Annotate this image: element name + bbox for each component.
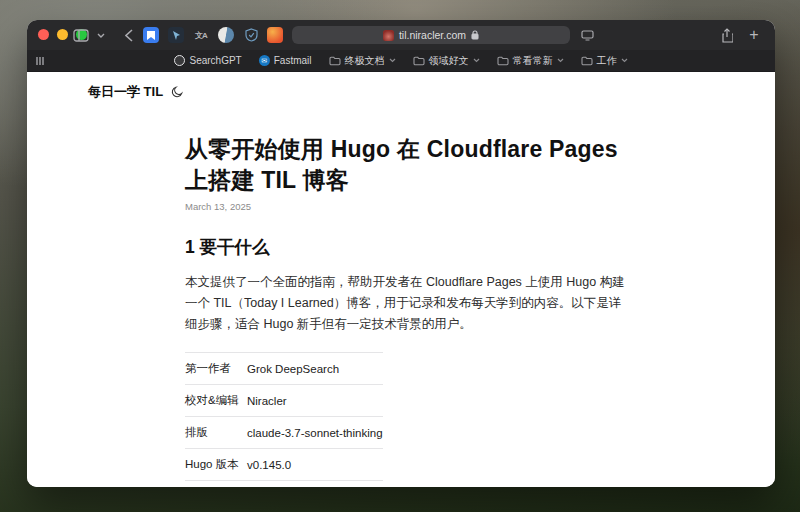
searchgpt-icon xyxy=(174,55,185,66)
web-page: 每日一学 TIL 从零开始使用 Hugo 在 Cloudflare Pages … xyxy=(27,72,775,487)
desktop-wallpaper: 文A til.niracler.com xyxy=(0,0,800,512)
cursor-extension-icon[interactable] xyxy=(168,27,184,43)
url-text: til.niracler.com xyxy=(399,29,466,41)
chevron-down-icon xyxy=(621,58,628,63)
row-value: v0.145.0 xyxy=(247,449,383,481)
reader-extension-icon[interactable] xyxy=(267,27,283,43)
site-header: 每日一学 TIL xyxy=(27,72,775,101)
row-label: 排版 xyxy=(185,417,247,449)
row-label: Hugo 版本 xyxy=(185,449,247,481)
chevron-down-icon xyxy=(389,58,396,63)
address-bar[interactable]: til.niracler.com xyxy=(292,26,570,44)
close-button[interactable] xyxy=(38,29,49,40)
bookmark-searchgpt[interactable]: SearchGPT xyxy=(174,55,241,66)
safari-window: 文A til.niracler.com xyxy=(27,20,775,487)
table-row: 排版 claude-3.7-sonnet-thinking xyxy=(185,417,383,449)
table-row: 第一作者 Grok DeepSearch xyxy=(185,353,383,385)
folder-icon xyxy=(329,56,341,66)
bookmark-folder-docs[interactable]: 终极文档 xyxy=(329,54,396,68)
folder-icon xyxy=(413,56,425,66)
site-favicon xyxy=(383,30,394,41)
new-tab-icon[interactable]: + xyxy=(745,20,763,50)
row-value: Grok DeepSearch xyxy=(247,353,383,385)
article-title: 从零开始使用 Hugo 在 Cloudflare Pages 上搭建 TIL 博… xyxy=(185,134,633,196)
site-title-link[interactable]: 每日一学 TIL xyxy=(88,83,163,101)
article-date: March 13, 2025 xyxy=(185,201,633,212)
favorites-list-icon[interactable] xyxy=(36,57,44,65)
folder-icon xyxy=(497,56,509,66)
dark-mode-toggle-moon-icon[interactable] xyxy=(171,86,183,98)
bookmark-folder-work[interactable]: 工作 xyxy=(581,54,628,68)
sidebar-icon[interactable] xyxy=(71,20,91,50)
row-value: Niracler xyxy=(247,385,383,417)
info-table: 第一作者 Grok DeepSearch 校对&编辑 Niracler 排版 c… xyxy=(185,352,383,481)
translate-extension-icon[interactable]: 文A xyxy=(193,27,209,43)
bookmark-fastmail[interactable]: ✉ Fastmail xyxy=(259,55,312,66)
chevron-down-icon xyxy=(557,58,564,63)
minimize-button[interactable] xyxy=(57,29,68,40)
shield-extension-icon[interactable] xyxy=(243,27,259,43)
article: 从零开始使用 Hugo 在 Cloudflare Pages 上搭建 TIL 博… xyxy=(185,134,633,487)
intro-paragraph: 本文提供了一个全面的指南，帮助开发者在 Cloudflare Pages 上使用… xyxy=(185,272,633,335)
share-icon[interactable] xyxy=(717,20,737,50)
lock-icon xyxy=(471,30,479,40)
row-label: 第一作者 xyxy=(185,353,247,385)
row-value: claude-3.7-sonnet-thinking xyxy=(247,417,383,449)
folder-icon xyxy=(581,56,593,66)
fastmail-icon: ✉ xyxy=(259,55,270,66)
bookmark-extension-icon[interactable] xyxy=(143,27,159,43)
table-row: Hugo 版本 v0.145.0 xyxy=(185,449,383,481)
sphere-extension-icon[interactable] xyxy=(218,27,234,43)
section-heading: 1 要干什么 xyxy=(185,235,633,259)
back-icon[interactable] xyxy=(121,20,137,50)
row-label: 校对&编辑 xyxy=(185,385,247,417)
bookmark-folder-articles[interactable]: 领域好文 xyxy=(413,54,480,68)
bookmarks-bar: SearchGPT ✉ Fastmail 终极文档 领域好文 常看常新 xyxy=(27,50,775,72)
chevron-down-icon xyxy=(473,58,480,63)
table-row: 校对&编辑 Niracler xyxy=(185,385,383,417)
page-settings-icon[interactable] xyxy=(575,20,599,50)
bookmark-folder-evergreen[interactable]: 常看常新 xyxy=(497,54,564,68)
chevron-down-icon[interactable] xyxy=(95,20,107,50)
browser-toolbar: 文A til.niracler.com xyxy=(27,20,775,50)
